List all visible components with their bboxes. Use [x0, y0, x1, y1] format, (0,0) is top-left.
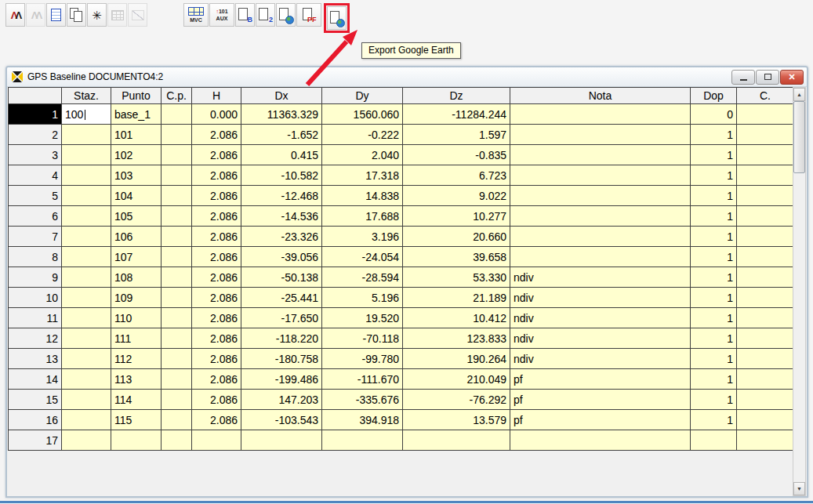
table-cell[interactable]: 3.196: [322, 227, 403, 247]
table-cell[interactable]: 2.086: [192, 145, 241, 165]
window-titlebar[interactable]: GPS Baseline DOCUMENTO4:2 ✕: [7, 67, 807, 87]
row-number[interactable]: 15: [9, 390, 62, 410]
table-cell[interactable]: base_1: [111, 104, 162, 125]
table-cell[interactable]: 1560.060: [322, 104, 403, 125]
table-cell[interactable]: [162, 247, 192, 267]
table-cell[interactable]: 21.189: [403, 288, 510, 308]
table-cell[interactable]: -199.486: [241, 369, 322, 390]
table-cell[interactable]: [62, 410, 111, 430]
table-cell[interactable]: [691, 430, 737, 451]
table-cell[interactable]: 2.086: [192, 247, 241, 267]
row-number[interactable]: 4: [9, 165, 62, 186]
row-number[interactable]: 7: [9, 227, 62, 247]
row-number[interactable]: 14: [9, 369, 62, 390]
table-cell[interactable]: [510, 430, 691, 451]
table-cell[interactable]: -12.468: [241, 186, 322, 206]
column-header-dop[interactable]: Dop: [691, 88, 737, 104]
table-cell[interactable]: ndiv: [510, 308, 691, 328]
column-header-staz[interactable]: Staz.: [62, 88, 111, 104]
table-cell[interactable]: 111: [111, 328, 162, 349]
table-cell[interactable]: pf: [510, 390, 691, 410]
table-cell[interactable]: -11284.244: [403, 104, 510, 125]
table-cell[interactable]: [737, 390, 794, 410]
table-cell[interactable]: [737, 247, 794, 267]
table-cell[interactable]: [737, 104, 794, 125]
table-cell[interactable]: 100: [62, 104, 111, 125]
toolbar-button-export-google-earth[interactable]: [327, 6, 347, 30]
row-number[interactable]: 10: [9, 288, 62, 308]
table-cell[interactable]: [162, 206, 192, 227]
table-cell[interactable]: 1: [691, 267, 737, 288]
table-cell[interactable]: -103.543: [241, 410, 322, 430]
close-button[interactable]: ✕: [780, 70, 804, 85]
table-cell[interactable]: [162, 125, 192, 145]
table-cell[interactable]: 2.086: [192, 328, 241, 349]
table-cell[interactable]: 1: [691, 165, 737, 186]
vertical-scrollbar[interactable]: ▲ ▼: [793, 87, 806, 496]
table-cell[interactable]: 1: [691, 206, 737, 227]
table-cell[interactable]: 1: [691, 369, 737, 390]
table-cell[interactable]: -10.582: [241, 165, 322, 186]
table-cell[interactable]: 10.277: [403, 206, 510, 227]
table-cell[interactable]: -0.222: [322, 125, 403, 145]
table-cell[interactable]: [62, 186, 111, 206]
column-header-rownum[interactable]: [9, 88, 62, 104]
table-cell[interactable]: -1.652: [241, 125, 322, 145]
table-cell[interactable]: [241, 430, 322, 451]
table-cell[interactable]: 14.838: [322, 186, 403, 206]
table-cell[interactable]: 2.086: [192, 165, 241, 186]
table-cell[interactable]: 2.086: [192, 288, 241, 308]
table-cell[interactable]: -17.650: [241, 308, 322, 328]
table-cell[interactable]: [510, 165, 691, 186]
table-cell[interactable]: -23.326: [241, 227, 322, 247]
table-cell[interactable]: 110: [111, 308, 162, 328]
table-cell[interactable]: [162, 390, 192, 410]
table-cell[interactable]: [62, 430, 111, 451]
column-header-c[interactable]: C.: [737, 88, 794, 104]
toolbar-button-export-pf[interactable]: PF: [296, 3, 321, 27]
table-cell[interactable]: 1: [691, 288, 737, 308]
toolbar-button-aux[interactable]: ↑101 AUX: [209, 3, 234, 27]
table-cell[interactable]: 2.086: [192, 390, 241, 410]
table-cell[interactable]: -70.118: [322, 328, 403, 349]
toolbar-button-export-b[interactable]: B: [235, 3, 255, 27]
table-cell[interactable]: 101: [111, 125, 162, 145]
table-cell[interactable]: ndiv: [510, 288, 691, 308]
table-cell[interactable]: pf: [510, 369, 691, 390]
toolbar-button-export-2[interactable]: 2: [256, 3, 275, 27]
table-cell[interactable]: [62, 288, 111, 308]
table-cell[interactable]: 107: [111, 247, 162, 267]
table-cell[interactable]: [510, 247, 691, 267]
row-number[interactable]: 5: [9, 186, 62, 206]
table-cell[interactable]: [62, 308, 111, 328]
table-cell[interactable]: ndiv: [510, 328, 691, 349]
scrollbar-thumb[interactable]: [793, 101, 805, 173]
table-cell[interactable]: [111, 430, 162, 451]
table-cell[interactable]: [162, 267, 192, 288]
table-cell[interactable]: 17.688: [322, 206, 403, 227]
table-cell[interactable]: 9.022: [403, 186, 510, 206]
table-cell[interactable]: 113: [111, 369, 162, 390]
table-cell[interactable]: [737, 267, 794, 288]
table-cell[interactable]: -39.056: [241, 247, 322, 267]
row-number[interactable]: 17: [9, 430, 62, 451]
table-cell[interactable]: -180.758: [241, 349, 322, 369]
table-cell[interactable]: -28.594: [322, 267, 403, 288]
table-cell[interactable]: 1: [691, 349, 737, 369]
table-cell[interactable]: [62, 247, 111, 267]
table-cell[interactable]: [737, 308, 794, 328]
column-header-dz[interactable]: Dz: [403, 88, 510, 104]
table-cell[interactable]: 2.086: [192, 410, 241, 430]
table-cell[interactable]: [510, 104, 691, 125]
table-cell[interactable]: ndiv: [510, 349, 691, 369]
table-cell[interactable]: [737, 227, 794, 247]
table-cell[interactable]: 11363.329: [241, 104, 322, 125]
table-cell[interactable]: 2.086: [192, 186, 241, 206]
table-cell[interactable]: -0.835: [403, 145, 510, 165]
table-cell[interactable]: 1: [691, 227, 737, 247]
row-number[interactable]: 16: [9, 410, 62, 430]
table-cell[interactable]: -25.441: [241, 288, 322, 308]
table-cell[interactable]: 10.412: [403, 308, 510, 328]
toolbar-button-star[interactable]: ✳: [87, 3, 107, 27]
table-cell[interactable]: 1: [691, 145, 737, 165]
